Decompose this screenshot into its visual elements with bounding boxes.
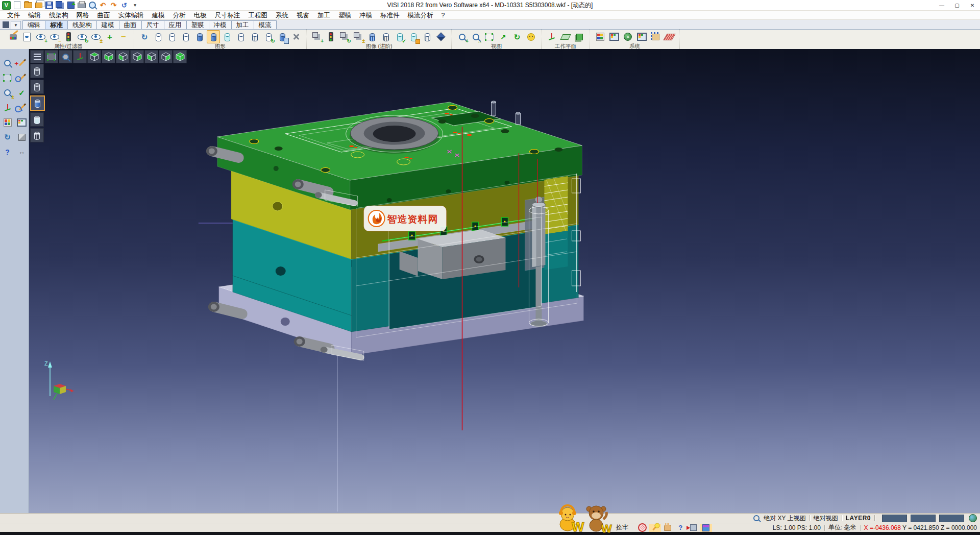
hide-all-icon[interactable]: −	[117, 30, 130, 43]
zoom-previous-icon[interactable]: ↗	[497, 30, 510, 43]
show-entities-icon[interactable]	[34, 30, 47, 43]
shade-shaded-icon[interactable]	[30, 95, 45, 111]
menu-item[interactable]: 文件	[3, 11, 24, 19]
search-entities-icon[interactable]	[1, 56, 14, 70]
minimize-button[interactable]: —	[934, 1, 949, 10]
redraw-icon[interactable]: ↻	[138, 30, 151, 43]
refresh-visibility-icon[interactable]	[76, 30, 89, 43]
grid-perspective-icon[interactable]	[663, 30, 676, 43]
menu-item[interactable]: ?	[437, 11, 449, 19]
open-file-icon[interactable]	[23, 1, 33, 10]
image-filter-icon[interactable]	[324, 30, 337, 43]
tab-application[interactable]: 应用	[164, 20, 187, 29]
menu-item[interactable]: 建模	[148, 11, 169, 19]
view-cube-iso-icon[interactable]	[173, 50, 187, 63]
cube-display-icon[interactable]	[700, 524, 712, 532]
tab-surface[interactable]: 曲面	[119, 20, 142, 29]
status-view-mode[interactable]: 绝对 XY 上视图	[764, 514, 805, 523]
menu-item[interactable]: 线架构	[45, 11, 72, 19]
menu-item[interactable]: 加工	[313, 11, 334, 19]
regen-solid-icon[interactable]	[262, 30, 275, 43]
menu-item[interactable]: 塑模	[334, 11, 355, 19]
window-colors-icon[interactable]	[607, 30, 621, 43]
status-view-absolute[interactable]: 绝对视图	[814, 514, 838, 523]
tab-edit[interactable]: 编辑	[22, 20, 45, 29]
menu-item[interactable]: 视窗	[292, 11, 313, 19]
tab-modeling[interactable]: 建模	[96, 20, 119, 29]
move-axes-icon[interactable]	[1, 101, 14, 114]
tag-solid-icon[interactable]	[407, 30, 420, 43]
selection-frame-icon[interactable]	[1, 71, 14, 85]
tab-dimension[interactable]: 尺寸	[141, 20, 164, 29]
observer-icon[interactable]	[524, 30, 537, 43]
status-layer[interactable]: LAYER0	[846, 515, 871, 522]
zoom-window-icon[interactable]	[483, 30, 496, 43]
menu-item[interactable]: 曲面	[93, 11, 114, 19]
workplane-axes-icon[interactable]	[545, 30, 558, 43]
view-cube-bottom-icon[interactable]	[102, 50, 115, 63]
brush-hand-icon[interactable]	[662, 524, 674, 532]
filter-traffic-light-icon[interactable]	[62, 30, 75, 43]
lock-stamp-icon[interactable]	[636, 524, 648, 532]
hidden-line-view-icon[interactable]	[165, 30, 179, 43]
layer-books-icon[interactable]	[1, 115, 14, 129]
refresh-view-icon[interactable]: ↻	[510, 30, 524, 43]
refresh-icon[interactable]: ↻	[1, 130, 14, 144]
ghost-view-icon[interactable]	[234, 30, 248, 43]
sketch-circle-icon[interactable]	[15, 71, 29, 85]
menu-item[interactable]: 实体编辑	[114, 11, 148, 19]
tab-standard[interactable]: 标准	[45, 20, 68, 29]
wireframe-view-icon[interactable]	[152, 30, 165, 43]
toggle-visibility-icon[interactable]	[89, 30, 103, 43]
mold-assembly-model[interactable]: 智造资料网 Z	[29, 49, 980, 514]
status-units[interactable]: 单位: 毫米	[828, 523, 856, 532]
visi-logo[interactable]: V	[2, 1, 11, 10]
section-solid-icon[interactable]	[421, 30, 434, 43]
menu-item[interactable]: 工程图	[244, 11, 272, 19]
window-tools-icon[interactable]	[635, 30, 648, 43]
view-cube-right-icon[interactable]	[130, 50, 144, 63]
validate-solid-icon[interactable]	[393, 30, 406, 43]
solid-cube-icon[interactable]	[15, 130, 29, 144]
menu-item[interactable]: 系统	[272, 11, 292, 19]
workplane-box-icon[interactable]	[573, 30, 586, 43]
toggle-image-icon[interactable]	[352, 30, 365, 43]
striped-solid-icon[interactable]	[365, 30, 379, 43]
copy-view-icon[interactable]	[276, 30, 289, 43]
workplane-plane-icon[interactable]	[559, 30, 572, 43]
menu-item[interactable]: 标准件	[376, 11, 404, 19]
shade-section-icon[interactable]	[30, 128, 44, 142]
viewport-zoom-icon[interactable]	[59, 50, 72, 63]
status-lock-label[interactable]: 拴牢	[616, 523, 628, 532]
shaded-view-icon[interactable]	[193, 30, 206, 43]
shade-hidden-line-icon[interactable]	[30, 80, 44, 94]
3d-viewport[interactable]: 智造资料网 Z	[29, 49, 980, 514]
status-globe-icon[interactable]	[969, 514, 977, 522]
measure-distance-icon[interactable]: ↔	[15, 145, 29, 159]
print-icon[interactable]	[77, 1, 86, 10]
undo-icon[interactable]: ↶	[98, 1, 108, 10]
tab-wireframe[interactable]: 线架构	[67, 20, 97, 29]
magic-wand-icon[interactable]	[649, 524, 661, 532]
refresh-image-icon[interactable]	[338, 30, 351, 43]
striped-solid2-icon[interactable]	[379, 30, 393, 43]
sketch-spline-icon[interactable]	[15, 101, 29, 114]
preview-search-icon[interactable]	[87, 1, 97, 10]
layer-color-button-3[interactable]	[939, 515, 964, 522]
color-palette-icon[interactable]	[594, 30, 607, 43]
view-cube-top-icon[interactable]	[87, 50, 101, 63]
tab-mould[interactable]: 塑膜	[186, 20, 209, 29]
shade-wireframe-icon[interactable]	[30, 64, 44, 78]
history-icon[interactable]: ↺	[119, 1, 129, 10]
viewport-axes-icon[interactable]	[73, 50, 87, 63]
add-image-icon[interactable]	[310, 30, 324, 43]
context-help-icon[interactable]: ?	[675, 524, 687, 532]
view-settings-icon[interactable]	[289, 30, 303, 43]
view-cube-front-icon[interactable]	[144, 50, 158, 63]
zoom-solid-icon[interactable]	[1, 86, 14, 100]
close-button[interactable]: ✕	[965, 1, 980, 10]
dashed-hidden-view-icon[interactable]	[179, 30, 192, 43]
layer-color-button-1[interactable]	[882, 515, 907, 522]
grid-window-icon[interactable]	[15, 115, 29, 129]
attribute-paint-icon[interactable]	[7, 30, 20, 43]
